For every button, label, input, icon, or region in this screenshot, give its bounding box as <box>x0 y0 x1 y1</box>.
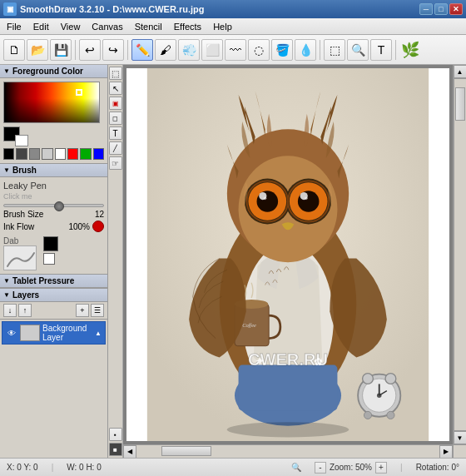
background-color-box[interactable] <box>15 135 28 146</box>
layer-add-button[interactable]: + <box>76 304 89 317</box>
cursor-position: X: 0 Y: 0 <box>7 463 38 472</box>
select-tool[interactable]: ⬚ <box>324 39 345 61</box>
brush-header[interactable]: ▼ Brush <box>0 164 107 177</box>
eyedropper-side-tool[interactable]: ╱ <box>109 141 122 155</box>
scroll-track-h[interactable] <box>136 445 439 459</box>
brush-size-label: Brush Size <box>3 210 43 219</box>
canvas-image: Coffee <box>126 68 449 441</box>
color-picker-gradient[interactable] <box>3 82 100 123</box>
airbrush-tool[interactable]: 💨 <box>178 39 200 61</box>
brush-slider-track[interactable] <box>3 204 104 207</box>
scrollbar-corner <box>453 444 466 458</box>
menu-bar: File Edit View Canvas Stencil Effects He… <box>0 18 466 35</box>
toolbar-separator-3 <box>320 40 320 60</box>
swatch-white[interactable] <box>55 148 66 160</box>
select-rect-tool[interactable]: ⬚ <box>109 67 122 80</box>
redo-button[interactable]: ↪ <box>102 39 124 61</box>
open-button[interactable]: 📂 <box>27 39 48 61</box>
swatch-blue[interactable] <box>93 148 104 160</box>
svg-point-21 <box>264 197 267 201</box>
menu-effects[interactable]: Effects <box>169 20 206 33</box>
new-button[interactable]: 🗋 <box>3 39 25 61</box>
scroll-right-button[interactable]: ▶ <box>439 445 453 459</box>
toolbar-separator-1 <box>75 40 76 60</box>
hand-tool[interactable]: ☞ <box>109 156 122 170</box>
canvas-area[interactable]: Coffee <box>123 65 466 458</box>
ink-flow-icon <box>92 221 104 232</box>
horizontal-scrollbar[interactable]: ◀ ▶ <box>123 444 453 458</box>
scroll-left-button[interactable]: ◀ <box>123 445 136 459</box>
scroll-track-v[interactable] <box>454 78 467 431</box>
layer-item-background[interactable]: 👁 BackgroundLayer ▲ <box>2 321 106 345</box>
eraser-side-tool[interactable]: ◻ <box>109 112 122 125</box>
dab-svg <box>4 246 37 271</box>
color-picker-side[interactable]: ■ <box>109 443 122 456</box>
brush-hint[interactable]: Click me <box>3 192 104 201</box>
layer-menu-button[interactable]: ☰ <box>91 304 104 317</box>
fill-rect-tool[interactable]: ▪ <box>109 428 122 441</box>
brush-size-value: 12 <box>95 210 104 219</box>
fg-bg-color-preview <box>3 126 28 146</box>
layer-up-button[interactable]: ↑ <box>18 304 32 317</box>
text-tool[interactable]: T <box>370 39 392 61</box>
foreground-color-header[interactable]: ▼ Foreground Color <box>0 65 107 78</box>
pencil-tool[interactable]: ✏️ <box>131 39 153 61</box>
menu-help[interactable]: Help <box>208 20 237 33</box>
brush-slider-thumb[interactable] <box>54 201 64 211</box>
leaf-decoration: 🌿 <box>399 39 421 61</box>
swatch-gray[interactable] <box>29 148 40 160</box>
layer-down-button[interactable]: ↓ <box>3 304 17 317</box>
swatch-darkgray[interactable] <box>16 148 27 160</box>
close-button[interactable]: ✕ <box>449 3 463 15</box>
scroll-thumb-v[interactable] <box>455 87 465 121</box>
eyedropper-tool[interactable]: 💧 <box>295 39 316 61</box>
undo-button[interactable]: ↩ <box>79 39 101 61</box>
scroll-down-button[interactable]: ▼ <box>454 431 467 444</box>
tablet-pressure-section: ▼ Tablet Pressure <box>0 275 107 289</box>
status-bar: X: 0 Y: 0 | W: 0 H: 0 🔍 - Zoom: 50% + | … <box>0 458 466 476</box>
save-button[interactable]: 💾 <box>50 39 72 61</box>
tool-extras <box>43 236 58 265</box>
brush-tool[interactable]: 🖌 <box>155 39 176 61</box>
smudge-tool[interactable]: 〰 <box>225 39 246 61</box>
zoom-tool[interactable]: 🔍 <box>347 39 369 61</box>
collapse-arrow-fg: ▼ <box>3 67 10 75</box>
left-panel: ▼ Foreground Color <box>0 65 108 458</box>
blur-tool[interactable]: ◌ <box>248 39 270 61</box>
vertical-scrollbar[interactable]: ▲ ▼ <box>453 65 466 444</box>
title-bar-controls[interactable]: ─ □ ✕ <box>419 3 463 15</box>
cursor-tool[interactable]: ↖ <box>109 82 122 95</box>
menu-view[interactable]: View <box>56 20 86 33</box>
swatch-green[interactable] <box>80 148 91 160</box>
scroll-thumb-h[interactable] <box>161 446 211 456</box>
eraser-tool[interactable]: ⬜ <box>201 39 223 61</box>
menu-stencil[interactable]: Stencil <box>130 20 167 33</box>
swatch-lightgray[interactable] <box>42 148 52 160</box>
separator-2: 🔍 <box>291 463 301 472</box>
minimize-button[interactable]: ─ <box>419 3 433 15</box>
svg-point-31 <box>385 374 396 384</box>
tools-column: ⬚ ↖ ▣ ◻ T ╱ ☞ ▪ ■ <box>108 65 123 458</box>
zoom-increase-button[interactable]: + <box>375 462 387 474</box>
menu-file[interactable]: File <box>2 20 27 33</box>
rotation-value: Rotation: 0° <box>416 463 459 472</box>
layers-header[interactable]: ▼ Layers <box>0 289 107 302</box>
maximize-button[interactable]: □ <box>434 3 448 15</box>
fill-tool[interactable]: 🪣 <box>271 39 293 61</box>
zoom-decrease-button[interactable]: - <box>315 462 326 474</box>
menu-canvas[interactable]: Canvas <box>87 20 127 33</box>
app-icon: ▣ <box>3 2 17 16</box>
tablet-pressure-header[interactable]: ▼ Tablet Pressure <box>0 275 107 288</box>
menu-edit[interactable]: Edit <box>28 20 54 33</box>
text-side-tool[interactable]: T <box>109 126 122 140</box>
layer-name: BackgroundLayer <box>42 324 87 342</box>
scroll-up-button[interactable]: ▲ <box>454 65 467 78</box>
swatch-red[interactable] <box>67 148 78 160</box>
zoom-control: - Zoom: 50% + <box>315 462 387 474</box>
paint-tool[interactable]: ▣ <box>109 97 122 110</box>
color-fg-small[interactable] <box>43 236 58 251</box>
layer-visibility-icon[interactable]: 👁 <box>6 327 17 339</box>
foreground-color-label: Foreground Color <box>12 67 83 76</box>
color-bg-small[interactable] <box>43 253 55 265</box>
swatch-black[interactable] <box>3 148 14 160</box>
